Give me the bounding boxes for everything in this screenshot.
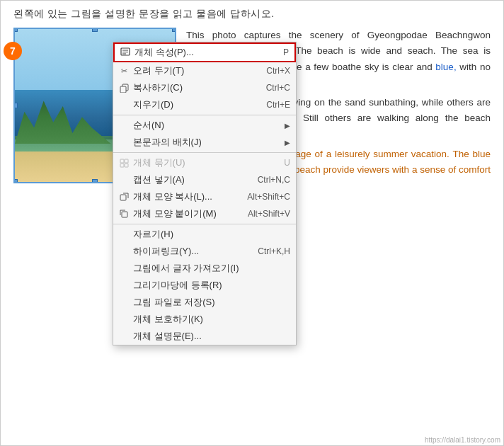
caption-label: 캡션 넣기(A) xyxy=(132,173,251,186)
menu-item-delete[interactable]: 지우기(D) Ctrl+E xyxy=(113,96,296,113)
menu-item-protect[interactable]: 개체 보호하기(K) xyxy=(113,311,296,328)
properties-label: 개체 속성(P)... xyxy=(133,46,276,59)
order-label: 순서(N) xyxy=(132,119,281,132)
blue-text: blue, xyxy=(435,62,456,72)
handle-middle-left[interactable] xyxy=(13,103,18,108)
svg-rect-6 xyxy=(120,159,124,163)
page-container: 왼쪽에 있는 그림을 설명한 문장을 읽고 물음에 답하시오. 7 xyxy=(0,0,504,446)
separator-2 xyxy=(113,152,296,153)
cut-icon: ✂ xyxy=(116,67,132,76)
shape-copy-icon xyxy=(116,193,132,202)
savefile-label: 그림 파일로 저장(S) xyxy=(132,296,290,309)
register-label: 그리기마당에 등록(R) xyxy=(132,279,290,292)
shape-copy-label: 개체 모양 복사(L)... xyxy=(132,190,240,203)
menu-item-desc[interactable]: 개체 설명문(E)... xyxy=(113,328,296,345)
para1-text: This photo captures the scenery of Gyeon… xyxy=(186,30,462,40)
copy-shortcut: Ctrl+C xyxy=(266,83,290,93)
handle-bottom-middle[interactable] xyxy=(92,179,98,183)
shape-paste-label: 개체 모양 붙이기(M) xyxy=(132,207,241,220)
step-badge: 7 xyxy=(4,42,22,60)
gettext-label: 그림에서 글자 가져오기(I) xyxy=(132,262,290,275)
cut-label: 오려 두기(T) xyxy=(132,64,259,77)
order-arrow: ▶ xyxy=(285,122,290,130)
copy-label: 복사하기(C) xyxy=(132,81,259,94)
handle-top-middle[interactable] xyxy=(92,28,98,32)
protect-label: 개체 보호하기(K) xyxy=(132,313,290,326)
menu-item-cut[interactable]: ✂ 오려 두기(T) Ctrl+X xyxy=(113,62,296,79)
svg-rect-13 xyxy=(122,212,127,217)
menu-item-copy[interactable]: 복사하기(C) Ctrl+C xyxy=(113,79,296,96)
desc-label: 개체 설명문(E)... xyxy=(132,330,290,343)
grouping-shortcut: U xyxy=(284,158,290,168)
menu-item-register[interactable]: 그리기마당에 등록(R) xyxy=(113,277,296,294)
shape-copy-shortcut: Alt+Shift+C xyxy=(247,192,290,202)
instruction-text: 왼쪽에 있는 그림을 설명한 문장을 읽고 물음에 답하시오. xyxy=(13,8,491,21)
menu-item-hyperlink[interactable]: 하이퍼링크(Y)... Ctrl+K,H xyxy=(113,243,296,260)
props-icon xyxy=(118,47,133,57)
shape-paste-icon xyxy=(116,210,132,219)
caption-shortcut: Ctrl+N,C xyxy=(258,175,290,185)
para1-cont2: each. The sea is xyxy=(412,45,491,56)
svg-rect-9 xyxy=(125,164,128,167)
svg-rect-5 xyxy=(120,86,126,93)
handle-top-left[interactable] xyxy=(13,28,18,32)
menu-item-gettext[interactable]: 그림에서 글자 가져오기(I) xyxy=(113,260,296,277)
hyperlink-label: 하이퍼링크(Y)... xyxy=(132,245,251,258)
para2-cont: are lying on the sand sunbathing, while … xyxy=(274,97,491,108)
svg-rect-7 xyxy=(125,159,128,163)
hyperlink-shortcut: Ctrl+K,H xyxy=(258,246,290,256)
svg-rect-10 xyxy=(120,195,126,200)
svg-rect-8 xyxy=(120,164,124,167)
delete-label: 지우기(D) xyxy=(132,98,259,111)
menu-item-properties[interactable]: 개체 속성(P)... P xyxy=(113,42,296,62)
properties-shortcut: P xyxy=(283,47,289,57)
align-arrow: ▶ xyxy=(285,139,290,147)
cut2-label: 자르기(H) xyxy=(132,228,290,241)
menu-item-order[interactable]: 순서(N) ▶ xyxy=(113,117,296,134)
handle-top-right[interactable] xyxy=(172,28,176,32)
para1-cont4: the sky is clear and xyxy=(348,62,436,72)
copy-icon xyxy=(116,84,132,93)
content-area: 7 개체 속성(P)... P xyxy=(13,28,491,198)
shape-paste-shortcut: Alt+Shift+V xyxy=(248,209,290,219)
handle-bottom-left[interactable] xyxy=(13,179,18,183)
menu-item-caption[interactable]: 캡션 넣기(A) Ctrl+N,C xyxy=(113,171,296,188)
url-watermark: https://dalai1.tistory.com xyxy=(425,436,500,444)
context-menu: 개체 속성(P)... P ✂ 오려 두기(T) Ctrl+X xyxy=(113,42,297,345)
cut-shortcut: Ctrl+X xyxy=(266,66,290,76)
menu-item-savefile[interactable]: 그림 파일로 저장(S) xyxy=(113,294,296,311)
menu-item-shape-copy[interactable]: 개체 모양 복사(L)... Alt+Shift+C xyxy=(113,188,296,205)
separator-3 xyxy=(113,224,296,224)
group-icon xyxy=(116,159,132,168)
menu-item-align[interactable]: 본문과의 배치(J) ▶ xyxy=(113,134,296,151)
align-label: 본문과의 배치(J) xyxy=(132,136,281,149)
grouping-label: 개체 묶기(U) xyxy=(132,156,277,169)
menu-item-grouping[interactable]: 개체 묶기(U) U xyxy=(113,154,296,171)
image-wrapper: 7 개체 속성(P)... P xyxy=(13,28,176,198)
delete-shortcut: Ctrl+E xyxy=(266,100,290,110)
menu-item-cut2[interactable]: 자르기(H) xyxy=(113,226,296,243)
separator-1 xyxy=(113,115,296,115)
menu-item-shape-paste[interactable]: 개체 모양 붙이기(M) Alt+Shift+V xyxy=(113,205,296,222)
